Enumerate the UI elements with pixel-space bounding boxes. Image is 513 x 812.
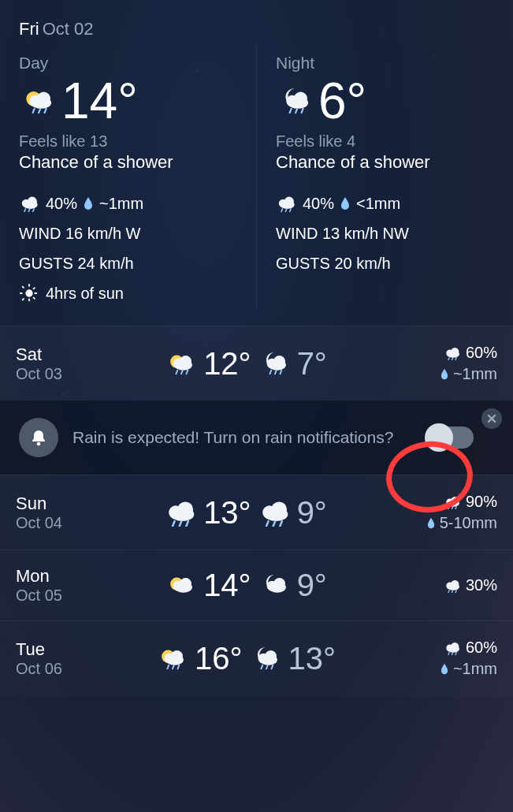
forecast-precip-amount: 5-10mm bbox=[440, 512, 497, 534]
current-date: FriOct 02 bbox=[0, 0, 513, 39]
cloud-rain-icon bbox=[164, 498, 197, 527]
day-condition: Chance of a shower bbox=[19, 152, 237, 173]
forecast-precip-chance: 90% bbox=[466, 491, 497, 512]
weekday: Fri bbox=[19, 19, 39, 39]
forecast-row[interactable]: TueOct 06 16° 13° 60% ~1mm bbox=[0, 620, 513, 695]
night-feels-like: Feels like 4 bbox=[276, 132, 494, 151]
forecast-precip-amount: ~1mm bbox=[453, 363, 497, 385]
drop-icon bbox=[84, 196, 93, 210]
moon-cloud-rain-icon bbox=[249, 644, 282, 672]
forecast-date: Oct 06 bbox=[16, 660, 88, 678]
day-precip-amount: ~1mm bbox=[99, 188, 143, 218]
forecast-precip-chance: 60% bbox=[466, 637, 497, 658]
forecast-weekday: Mon bbox=[16, 566, 88, 587]
rain-notification-banner: Rain is expected! Turn on rain notificat… bbox=[0, 400, 513, 475]
forecast-hi: 14° bbox=[203, 568, 251, 603]
day-sun-hours: 4hrs of sun bbox=[46, 278, 124, 308]
night-precip-amount: <1mm bbox=[356, 188, 400, 218]
forecast-date: Oct 04 bbox=[16, 514, 88, 532]
sun-cloud-rain-icon bbox=[19, 85, 57, 117]
night-condition: Chance of a shower bbox=[276, 152, 494, 173]
day-precip-chance: 40% bbox=[46, 188, 77, 218]
close-notification-button[interactable] bbox=[481, 408, 502, 429]
night-column: Night 6° Feels like 4 Chance of a shower… bbox=[256, 46, 513, 308]
forecast-row[interactable]: MonOct 05 14° 9° 30% bbox=[0, 549, 513, 620]
cloud-rain-icon bbox=[276, 195, 296, 212]
day-feels-like: Feels like 13 bbox=[19, 132, 237, 151]
drop-icon bbox=[340, 196, 350, 210]
moon-cloud-rain-icon bbox=[276, 85, 314, 117]
forecast-precip-chance: 60% bbox=[466, 342, 497, 363]
forecast-list: SatOct 03 12° 7° 60% ~1mm Rain is expect… bbox=[0, 326, 513, 695]
today-panel: Day 14° Feels like 13 Chance of a shower… bbox=[0, 39, 513, 326]
night-gusts: GUSTS 20 km/h bbox=[276, 248, 391, 278]
forecast-lo: 9° bbox=[297, 568, 327, 603]
drop-icon bbox=[441, 663, 448, 675]
sun-cloud-rain-icon bbox=[164, 349, 197, 378]
forecast-weekday: Sun bbox=[16, 494, 88, 514]
forecast-lo: 7° bbox=[297, 346, 327, 382]
moon-cloud-icon bbox=[258, 572, 291, 600]
cloud-rain-icon bbox=[444, 641, 461, 655]
drop-icon bbox=[441, 368, 448, 380]
cloud-rain-icon bbox=[444, 346, 461, 360]
cloud-rain-icon bbox=[258, 498, 291, 527]
day-column: Day 14° Feels like 13 Chance of a shower… bbox=[0, 46, 256, 308]
day-wind: WIND 16 km/h W bbox=[19, 218, 140, 248]
forecast-hi: 13° bbox=[203, 495, 251, 531]
cloud-rain-icon bbox=[444, 495, 461, 509]
moon-cloud-rain-icon bbox=[258, 349, 291, 378]
forecast-date: Oct 05 bbox=[16, 587, 88, 605]
night-temp: 6° bbox=[318, 76, 366, 126]
cloud-rain-icon bbox=[19, 195, 39, 212]
bell-icon bbox=[19, 418, 58, 457]
forecast-hi: 16° bbox=[195, 641, 243, 676]
forecast-row[interactable]: SunOct 04 13° 9° 90% 5-10mm bbox=[0, 475, 513, 549]
forecast-hi: 12° bbox=[203, 346, 251, 382]
day-temp: 14° bbox=[61, 76, 138, 126]
day-label: Day bbox=[19, 54, 237, 73]
notification-text: Rain is expected! Turn on rain notificat… bbox=[72, 426, 412, 449]
sun-hours-icon bbox=[19, 283, 39, 304]
forecast-precip-amount: ~1mm bbox=[453, 658, 497, 680]
rain-notification-toggle[interactable] bbox=[426, 426, 474, 449]
cloud-rain-icon bbox=[444, 579, 461, 593]
drop-icon bbox=[427, 517, 435, 529]
forecast-lo: 9° bbox=[297, 495, 327, 531]
forecast-lo: 13° bbox=[288, 641, 336, 676]
sun-cloud-rain-icon bbox=[155, 644, 188, 672]
date-text: Oct 02 bbox=[43, 19, 94, 39]
forecast-weekday: Tue bbox=[16, 639, 88, 660]
forecast-weekday: Sat bbox=[16, 345, 88, 365]
forecast-precip-chance: 30% bbox=[466, 575, 497, 596]
night-precip-chance: 40% bbox=[303, 188, 334, 218]
forecast-date: Oct 03 bbox=[16, 365, 88, 383]
night-label: Night bbox=[276, 54, 494, 73]
sun-cloud-icon bbox=[164, 572, 197, 600]
day-gusts: GUSTS 24 km/h bbox=[19, 248, 134, 278]
night-wind: WIND 13 km/h NW bbox=[276, 218, 409, 248]
forecast-row[interactable]: SatOct 03 12° 7° 60% ~1mm bbox=[0, 326, 513, 400]
